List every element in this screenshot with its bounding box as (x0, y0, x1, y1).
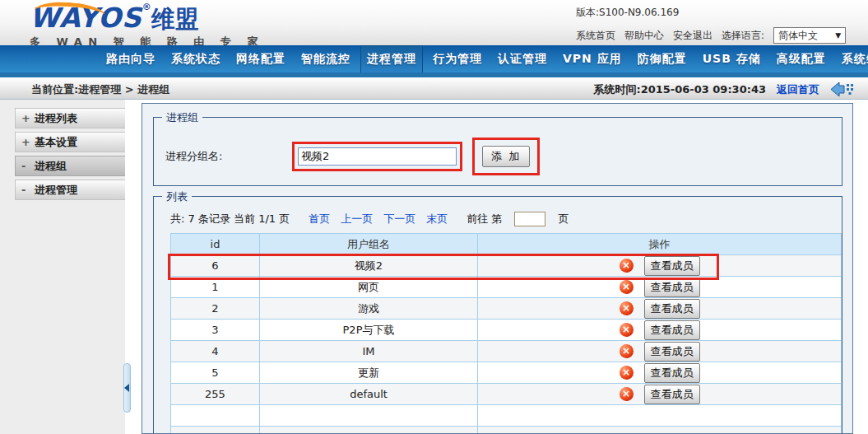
cell-name: default (260, 384, 478, 405)
main-panel: 进程组 进程分组名: 添 加 列表 共: 7 条记录 当前 1/1 页 首页上一… (142, 103, 853, 434)
cell-id: 255 (171, 384, 260, 405)
nav-item-4[interactable]: 智能流控 (295, 45, 356, 72)
cell-actions: ×查看成员 (478, 277, 842, 298)
minus-icon: - (21, 156, 35, 175)
cell-actions: ×查看成员 (478, 362, 842, 384)
page-link-2[interactable]: 上一页 (341, 212, 373, 226)
nav-item-12[interactable]: 系统维护 (836, 45, 868, 72)
plus-icon: + (21, 133, 35, 152)
header-right: 版本:S100-N9.06.169 系统首页帮助中心安全退出 选择语言: 简体中… (576, 6, 860, 44)
cell-actions: ×查看成员 (478, 384, 842, 405)
cell-id: 2 (171, 298, 260, 320)
wayos-admin-page: WAYOS®维盟 多 WAN 智 能 路 由 专 家 版本:S100-N9.06… (0, 0, 868, 434)
nav-item-5[interactable]: 进程管理 (360, 45, 423, 72)
cell-id: 1 (171, 277, 260, 298)
registered-mark: ® (142, 2, 151, 12)
brand-logo: WAYOS®维盟 多 WAN 智 能 路 由 专 家 (30, 2, 264, 49)
cell-id: 5 (171, 362, 260, 384)
sidebar-item-4[interactable]: -进程管理 (15, 180, 125, 200)
empty-cell (478, 405, 842, 427)
record-summary: 共: 7 条记录 当前 1/1 页 (170, 212, 290, 226)
delete-icon[interactable]: × (620, 387, 634, 401)
version-label: 版本:S100-N9.06.169 (576, 6, 860, 20)
back-home-link[interactable]: 返回首页 (777, 82, 819, 97)
action-wrap: ×查看成员 (478, 385, 841, 404)
cell-name: 更新 (260, 362, 478, 384)
nav-item-1[interactable]: 路由向导 (100, 45, 161, 72)
nav-item-9[interactable]: 防御配置 (632, 45, 693, 72)
goto-page-input[interactable] (514, 212, 545, 226)
nav-item-6[interactable]: 行为管理 (427, 45, 488, 72)
table-row: 5更新×查看成员 (171, 362, 842, 384)
empty-table-row (171, 427, 842, 434)
group-name-input[interactable] (298, 147, 457, 166)
empty-table-row (171, 405, 842, 427)
page-link-4[interactable]: 末页 (426, 212, 448, 226)
empty-cell (260, 427, 478, 434)
breadcrumb: 当前位置:进程管理 > 进程组 (31, 82, 169, 97)
sidebar-item-label: 进程组 (35, 156, 67, 175)
cell-name: 视频2 (260, 255, 478, 277)
header-link-2[interactable]: 帮助中心 (624, 29, 664, 43)
add-button[interactable]: 添 加 (482, 146, 530, 167)
view-members-button[interactable]: 查看成员 (644, 256, 700, 276)
sidebar: +进程列表+基本设置-进程组-进程管理 (0, 100, 125, 434)
view-members-button[interactable]: 查看成员 (644, 278, 700, 297)
chevron-down-icon: ▼ (835, 31, 841, 40)
nav-item-2[interactable]: 系统状态 (165, 45, 226, 72)
view-members-button[interactable]: 查看成员 (644, 342, 700, 362)
language-select[interactable]: 简体中文 ▼ (773, 27, 846, 44)
delete-icon[interactable]: × (620, 323, 634, 337)
group-table: id用户组名操作 6视频2×查看成员1网页×查看成员2游戏×查看成员3P2P与下… (170, 233, 842, 434)
view-members-button[interactable]: 查看成员 (644, 363, 700, 383)
delete-icon[interactable]: × (620, 280, 634, 294)
nav-item-10[interactable]: USB 存储 (697, 45, 767, 72)
input-annotation-box (292, 142, 462, 171)
delete-icon[interactable]: × (620, 259, 634, 273)
view-members-button[interactable]: 查看成员 (644, 320, 700, 340)
header-link-1[interactable]: 系统首页 (576, 29, 615, 43)
minus-icon: - (21, 180, 35, 199)
empty-cell (478, 427, 842, 434)
nav-item-7[interactable]: 认证管理 (492, 45, 553, 72)
empty-cell (260, 405, 478, 427)
sidebar-item-label: 进程管理 (35, 180, 77, 199)
sidebar-item-3[interactable]: -进程组 (15, 156, 125, 176)
cell-actions: ×查看成员 (478, 341, 842, 362)
header-links: 系统首页帮助中心安全退出 选择语言: 简体中文 ▼ (576, 27, 860, 44)
sidebar-item-2[interactable]: +基本设置 (15, 132, 125, 152)
nav-item-3[interactable]: 网络配置 (230, 45, 291, 72)
table-header-row: id用户组名操作 (171, 234, 842, 255)
cell-name: IM (260, 341, 478, 362)
table-row: 255default×查看成员 (171, 384, 842, 405)
page-link-1[interactable]: 首页 (309, 212, 330, 226)
process-group-fieldset: 进程组 进程分组名: 添 加 (153, 117, 842, 186)
cell-id: 6 (171, 255, 260, 277)
nav-item-8[interactable]: VPN 应用 (557, 45, 628, 72)
view-members-button[interactable]: 查看成员 (644, 299, 700, 319)
goto-page-prefix: 前往 第 (466, 212, 502, 226)
header-link-3[interactable]: 安全退出 (673, 29, 713, 43)
action-wrap: ×查看成员 (478, 342, 841, 362)
delete-icon[interactable]: × (620, 344, 634, 358)
table-row: 6视频2×查看成员 (171, 255, 842, 277)
action-wrap: ×查看成员 (478, 278, 841, 297)
view-members-button[interactable]: 查看成员 (644, 385, 700, 404)
table-row: 1网页×查看成员 (171, 277, 842, 298)
cell-actions: ×查看成员 (478, 320, 842, 341)
button-annotation-box: 添 加 (472, 138, 540, 175)
empty-cell (171, 427, 260, 434)
sidebar-item-1[interactable]: +进程列表 (15, 108, 125, 128)
delete-icon[interactable]: × (620, 301, 634, 315)
cell-id: 3 (171, 320, 260, 341)
page-link-3[interactable]: 下一页 (383, 212, 415, 226)
action-wrap: ×查看成员 (478, 363, 841, 383)
delete-icon[interactable]: × (620, 366, 634, 380)
sidebar-collapse-handle[interactable] (123, 363, 131, 413)
sidebar-item-label: 基本设置 (35, 133, 77, 152)
nav-item-11[interactable]: 高级配置 (771, 45, 832, 72)
table-row: 2游戏×查看成员 (171, 298, 842, 320)
table-row: 3P2P与下载×查看成员 (171, 320, 842, 341)
fieldset-legend: 进程组 (162, 110, 202, 125)
back-arrow-icon[interactable] (830, 82, 855, 97)
